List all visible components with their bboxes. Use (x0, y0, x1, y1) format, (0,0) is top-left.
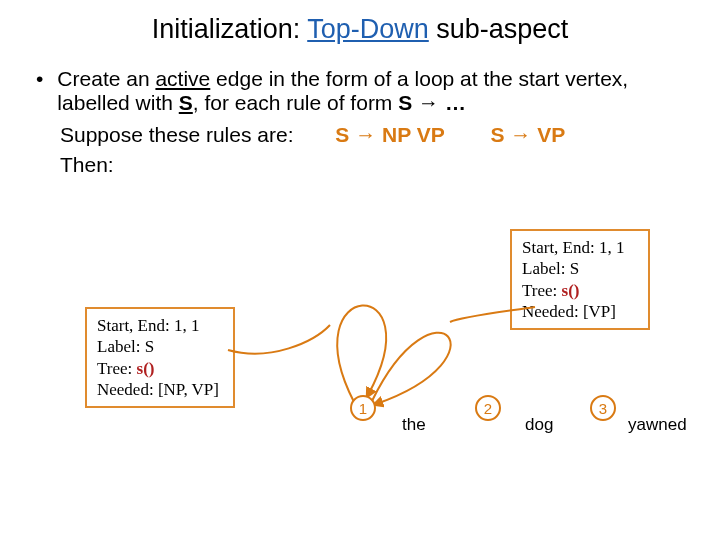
bullet-S: S (179, 91, 193, 114)
vertex-3: 3 (590, 395, 616, 421)
suppose-line: Suppose these rules are: S → NP VP S → V… (60, 123, 690, 147)
vertex-1: 1 (350, 395, 376, 421)
bullet-text: labelled with (57, 91, 178, 114)
bullet-text: , for each rule of form (193, 91, 398, 114)
title-highlight: Top-Down (307, 14, 429, 44)
slide-title: Initialization: Top-Down sub-aspect (30, 14, 690, 45)
title-suffix: sub-aspect (429, 14, 569, 44)
bullet-text: Create an (57, 67, 155, 90)
title-prefix: Initialization: (152, 14, 308, 44)
bullet-rule-form: S → … (398, 91, 466, 114)
rule-1: S → NP VP (335, 123, 444, 146)
rule-2: S → VP (491, 123, 566, 146)
suppose-label: Suppose these rules are: (60, 123, 293, 146)
vertex-2: 2 (475, 395, 501, 421)
then-label: Then: (60, 153, 690, 177)
edge-loops (30, 217, 690, 467)
bullet-dot: • (36, 67, 43, 115)
bullet-text: edge in the form of a loop at the start … (210, 67, 628, 90)
bullet-body: Create an active edge in the form of a l… (57, 67, 628, 115)
diagram: Start, End: 1, 1 Label: S Tree: s() Need… (30, 217, 690, 467)
bullet-active: active (155, 67, 210, 90)
bullet-item: • Create an active edge in the form of a… (36, 67, 690, 115)
